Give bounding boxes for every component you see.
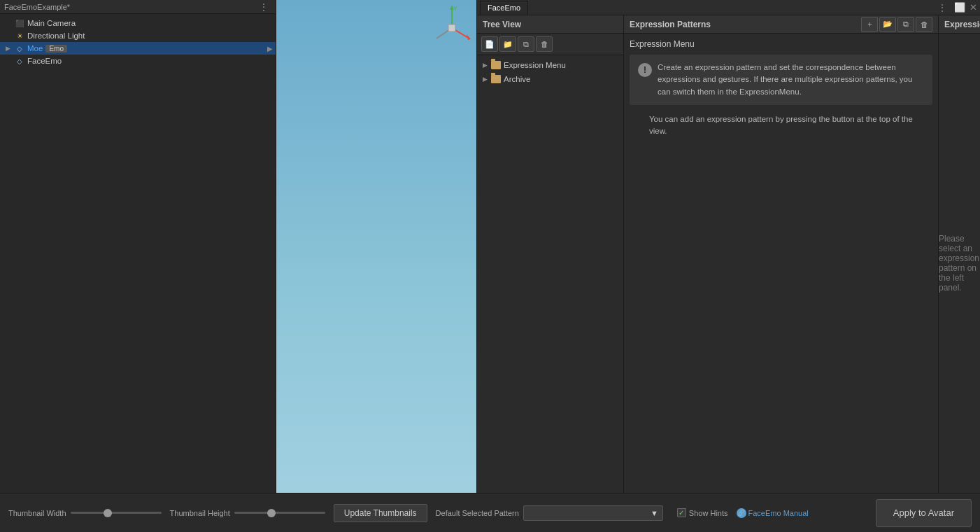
expand-arrow-icon: ▶ — [6, 45, 13, 52]
maximize-icon[interactable]: ⬜ — [954, 2, 965, 13]
new-folder-icon: 📁 — [503, 40, 513, 49]
thumbnail-height-label: Thumbnail Height — [170, 509, 230, 517]
svg-rect-6 — [448, 24, 455, 31]
copy-pattern-button[interactable]: ⧉ — [897, 17, 914, 32]
bottom-bar: Thumbnail Width Thumbnail Height Update … — [0, 493, 980, 532]
link-icon: 🔗 — [737, 508, 746, 518]
arrow-right-icon: ▶ — [267, 45, 273, 52]
apply-to-avatar-label: Apply to Avatar — [893, 507, 954, 518]
hierarchy-item-label: Moe — [27, 44, 43, 52]
add-folder-button[interactable]: 📂 — [879, 17, 896, 32]
tree-item-label: Archive — [504, 75, 530, 83]
show-hints-control: ✓ Show Hints — [677, 508, 728, 517]
face-emo-panel: FaceEmo ⋮ ⬜ ✕ Tree View 📄 — [476, 0, 980, 493]
show-hints-checkbox[interactable]: ✓ — [677, 508, 686, 517]
tree-view-column: Tree View 📄 📁 ⧉ 🗑 — [477, 15, 624, 493]
thumbnail-width-control: Thumbnail Width — [8, 509, 162, 517]
light-icon: ☀ — [14, 31, 25, 41]
expression-patterns-column: Expression Patterns ＋ 📂 ⧉ — [624, 15, 939, 493]
expression-menu-title: Expression Menu — [630, 39, 932, 49]
camera-icon: ⬛ — [14, 18, 25, 28]
new-file-button[interactable]: 📄 — [481, 36, 498, 52]
hierarchy-item-label: Main Camera — [27, 19, 76, 27]
add-icon: ＋ — [866, 19, 874, 29]
thumbnail-height-slider[interactable] — [234, 512, 325, 514]
expression-patterns-header: Expression Patterns ＋ 📂 ⧉ — [624, 15, 938, 34]
face-emo-tab-bar: FaceEmo ⋮ ⬜ ✕ — [477, 0, 980, 15]
hierarchy-item-directional-light[interactable]: ☀ Directional Light — [0, 29, 276, 42]
copy-button[interactable]: ⧉ — [518, 36, 534, 52]
copy-icon: ⧉ — [523, 40, 529, 49]
hierarchy-item-label: Directional Light — [27, 31, 85, 40]
expressions-title: Expressions — [944, 20, 980, 29]
close-icon[interactable]: ✕ — [970, 2, 977, 13]
tree-item-label: Expression Menu — [504, 61, 566, 69]
emo-badge: Emo — [45, 45, 67, 52]
faceemo-manual-link[interactable]: 🔗 FaceEmo Manual — [737, 508, 809, 518]
tree-item-expression-menu[interactable]: ▶ Expression Menu — [477, 58, 623, 72]
expression-patterns-toolbar: ＋ 📂 ⧉ 🗑 — [861, 17, 932, 32]
tree-view-items: ▶ Expression Menu ▶ Archive — [477, 55, 623, 493]
copy-icon: ⧉ — [903, 20, 909, 29]
expression-patterns-body: Expression Menu ! Create an expression p… — [624, 34, 938, 493]
hierarchy-item-label: FaceEmo — [27, 57, 62, 65]
gameobj-icon: ◇ — [14, 43, 25, 53]
thumbnail-height-control: Thumbnail Height — [170, 509, 325, 517]
folder-icon — [491, 75, 501, 83]
thumbnail-width-label: Thumbnail Width — [8, 509, 66, 517]
add-pattern-button[interactable]: ＋ — [861, 17, 878, 32]
update-thumbnails-button[interactable]: Update Thumbnails — [334, 504, 427, 522]
expressions-header: Expressions Simplify Preset Left Only (7… — [939, 15, 980, 34]
expression-patterns-title: Expression Patterns — [630, 20, 711, 29]
default-pattern-label: Default Selected Pattern — [436, 509, 519, 517]
info-message: Create an expression pattern and set the… — [658, 62, 924, 98]
gameobj-icon: ◇ — [14, 56, 25, 66]
info-box: ! Create an expression pattern and set t… — [630, 55, 932, 105]
default-pattern-dropdown[interactable]: ▼ — [523, 505, 663, 521]
show-hints-label: Show Hints — [689, 509, 728, 517]
hierarchy-menu-icon[interactable]: ⋮ — [256, 1, 271, 13]
face-emo-content: Tree View 📄 📁 ⧉ 🗑 — [477, 15, 980, 493]
viewport-gizmo: Y — [431, 4, 473, 52]
tree-view-title: Tree View — [483, 20, 521, 29]
hierarchy-title: FaceEmoExample* — [4, 3, 70, 11]
tree-view-toolbar: 📄 📁 ⧉ 🗑 — [477, 34, 623, 55]
tree-item-archive[interactable]: ▶ Archive — [477, 72, 623, 86]
default-pattern-control: Default Selected Pattern ▼ — [436, 505, 663, 521]
face-emo-tab[interactable]: FaceEmo — [480, 1, 528, 15]
no-selection-message: Please select an expression pattern on t… — [939, 234, 980, 293]
new-file-icon: 📄 — [485, 40, 495, 49]
hint-message: You can add an expression pattern by pre… — [649, 113, 932, 138]
panel-menu-icon[interactable]: ⋮ — [935, 2, 950, 13]
tree-arrow-icon: ▶ — [483, 76, 490, 83]
add-folder-icon: 📂 — [883, 20, 893, 29]
new-folder-button[interactable]: 📁 — [499, 36, 516, 52]
tree-arrow-icon: ▶ — [483, 62, 490, 69]
chevron-down-icon: ▼ — [651, 509, 658, 517]
hierarchy-header: FaceEmoExample* ⋮ — [0, 0, 276, 14]
thumbnail-width-slider[interactable] — [71, 512, 162, 514]
delete-pattern-button[interactable]: 🗑 — [916, 17, 932, 32]
manual-link-label: FaceEmo Manual — [748, 509, 809, 517]
hierarchy-panel: FaceEmoExample* ⋮ ⬛ Main Camera ☀ Direct… — [0, 0, 276, 493]
apply-to-avatar-button[interactable]: Apply to Avatar — [876, 499, 972, 527]
expressions-column: Expressions Simplify Preset Left Only (7… — [939, 15, 980, 493]
update-thumbnails-label: Update Thumbnails — [344, 508, 417, 518]
hierarchy-tree: ⬛ Main Camera ☀ Directional Light ▶ ◇ Mo… — [0, 14, 276, 493]
viewport: Y — [276, 0, 476, 493]
tab-label: FaceEmo — [488, 4, 520, 12]
delete-icon: 🗑 — [921, 20, 928, 29]
delete-icon: 🗑 — [541, 40, 548, 48]
tree-view-header: Tree View — [477, 15, 623, 34]
svg-text:Y: Y — [453, 5, 457, 12]
info-icon: ! — [638, 63, 652, 77]
hierarchy-item-moe[interactable]: ▶ ◇ Moe Emo ▶ — [0, 42, 276, 55]
folder-icon — [491, 61, 501, 69]
check-icon: ✓ — [679, 509, 684, 517]
hierarchy-item-faceemo[interactable]: ◇ FaceEmo — [0, 55, 276, 67]
expressions-body: Please select an expression pattern on t… — [939, 34, 980, 493]
hierarchy-item-main-camera[interactable]: ⬛ Main Camera — [0, 17, 276, 29]
delete-button[interactable]: 🗑 — [536, 36, 553, 52]
